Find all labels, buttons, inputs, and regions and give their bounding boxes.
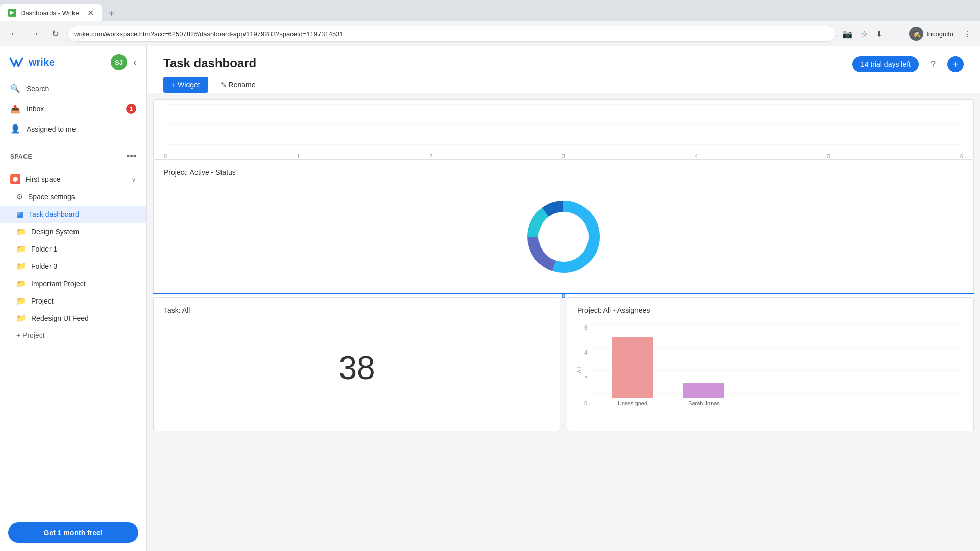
- url-text: wrike.com/workspace.htm?acc=6250782#/das…: [74, 30, 344, 38]
- y-axis-all-label: All: [576, 367, 582, 373]
- sidebar-navigation: 🔍 Search 📥 Inbox 1 👤 Assigned to me: [0, 74, 146, 143]
- redesign-label: Redesign UI Feed: [31, 314, 89, 322]
- important-project-label: Important Project: [31, 280, 86, 288]
- bottom-row: Task: All 38 Project: All - Assignees 6 …: [153, 297, 974, 431]
- resize-icon: ⇕: [560, 292, 567, 300]
- add-project-button[interactable]: + Project: [0, 327, 146, 343]
- x-label-0: 0: [164, 153, 167, 159]
- design-system-label: Design System: [31, 228, 79, 236]
- back-button[interactable]: ←: [6, 26, 22, 42]
- address-bar[interactable]: wrike.com/workspace.htm?acc=6250782#/das…: [67, 26, 836, 42]
- task-all-title: Task: All: [154, 298, 560, 318]
- dashboard-area: 0 1 2 3 4 5 6 Project: Active - Status: [147, 93, 980, 551]
- sidebar-item-project[interactable]: 📁 Project: [0, 292, 146, 310]
- folder-1-icon: 📁: [16, 244, 26, 254]
- camera-off-icon[interactable]: 📷: [840, 27, 854, 41]
- device-icon[interactable]: 🖥: [889, 27, 901, 40]
- add-widget-button[interactable]: + Widget: [163, 77, 208, 93]
- trial-badge: 14 trial days left: [852, 56, 919, 72]
- incognito-profile[interactable]: 🕵 Incognito: [905, 24, 958, 43]
- logo-text: wrike: [29, 57, 55, 68]
- donut-widget-title: Project: Active - Status: [154, 160, 973, 181]
- help-button[interactable]: ?: [925, 56, 941, 72]
- add-project-label: + Project: [16, 331, 45, 339]
- browser-controls: ← → ↻ wrike.com/workspace.htm?acc=625078…: [0, 21, 980, 46]
- x-label-6: 6: [960, 153, 963, 159]
- space-chevron-icon: ∨: [131, 175, 136, 183]
- sidebar-item-inbox[interactable]: 📥 Inbox 1: [0, 98, 146, 119]
- user-avatar[interactable]: SJ: [111, 54, 127, 70]
- incognito-label: Incognito: [926, 30, 953, 38]
- sidebar-item-search[interactable]: 🔍 Search: [0, 79, 146, 98]
- rename-button[interactable]: ✎ Rename: [214, 77, 262, 93]
- main-header: Task dashboard + Widget ✎ Rename 14 tria…: [147, 46, 980, 93]
- sidebar: wrike SJ ‹ 🔍 Search 📥 Inbox 1 👤 Assigned…: [0, 46, 147, 551]
- x-label-1: 1: [297, 153, 300, 159]
- folder-1-label: Folder 1: [31, 245, 57, 253]
- tab-title: Dashboards - Wrike: [20, 9, 79, 17]
- assignees-title: Project: All - Assignees: [567, 298, 973, 318]
- space-settings-label: Space settings: [28, 193, 75, 201]
- y-label-4: 4: [577, 349, 587, 356]
- tab-close-button[interactable]: ✕: [87, 8, 94, 18]
- y-label-2: 2: [577, 375, 587, 381]
- sidebar-item-design-system[interactable]: 📁 Design System: [0, 223, 146, 240]
- main-actions: + Widget ✎ Rename: [163, 77, 261, 93]
- project-icon: 📁: [16, 296, 26, 306]
- sidebar-item-folder-1[interactable]: 📁 Folder 1: [0, 240, 146, 258]
- new-tab-button[interactable]: +: [104, 6, 118, 21]
- first-space-item[interactable]: First space ∨: [0, 170, 146, 188]
- sidebar-item-task-dashboard[interactable]: ▦ Task dashboard: [0, 206, 146, 223]
- sarah-bar: [683, 383, 724, 398]
- bookmark-icon[interactable]: ☆: [859, 27, 870, 41]
- donut-container: [154, 181, 973, 293]
- x-axis: 0 1 2 3 4 5 6: [154, 151, 973, 159]
- sidebar-inbox-label: Inbox: [27, 105, 44, 113]
- svg-point-0: [13, 177, 18, 182]
- active-tab[interactable]: Dashboards - Wrike ✕: [0, 4, 102, 21]
- search-icon: 🔍: [10, 84, 20, 93]
- sidebar-assigned-label: Assigned to me: [27, 125, 76, 133]
- x-label-2: 2: [429, 153, 432, 159]
- unassigned-bar: [612, 337, 653, 398]
- space-section: Space •••: [0, 143, 146, 170]
- bar-chart-widget: 0 1 2 3 4 5 6: [153, 99, 974, 160]
- assignees-bars: Unassigned Sarah Jonas: [592, 324, 963, 406]
- project-label: Project: [31, 297, 54, 305]
- bar-chart-svg: [164, 104, 963, 145]
- refresh-button[interactable]: ↻: [47, 26, 63, 42]
- page-title: Task dashboard: [163, 56, 261, 70]
- get-free-button[interactable]: Get 1 month free!: [8, 522, 138, 543]
- browser-action-icons: 📷 ☆ ⬇ 🖥 🕵 Incognito ⋮: [840, 24, 974, 43]
- tab-favicon: [8, 9, 16, 17]
- folder-3-icon: 📁: [16, 262, 26, 271]
- sidebar-item-folder-3[interactable]: 📁 Folder 3: [0, 258, 146, 275]
- sarah-label: Sarah Jonas: [688, 400, 720, 406]
- sidebar-item-space-settings[interactable]: ⚙ Space settings: [0, 188, 146, 206]
- sidebar-search-label: Search: [27, 85, 49, 93]
- x-label-4: 4: [695, 153, 698, 159]
- assignees-widget: Project: All - Assignees 6 4 2 0: [567, 297, 974, 431]
- donut-chart-svg: [523, 196, 604, 278]
- y-label-6: 6: [577, 324, 587, 331]
- sidebar-item-assigned[interactable]: 👤 Assigned to me: [0, 119, 146, 139]
- incognito-avatar: 🕵: [909, 27, 923, 41]
- settings-icon: ⚙: [16, 192, 23, 202]
- collapse-sidebar-button[interactable]: ‹: [131, 55, 138, 70]
- wrike-logo-icon: [8, 56, 24, 68]
- resize-handle[interactable]: ⇕: [153, 293, 974, 297]
- bar-sarah: Sarah Jonas: [683, 383, 724, 406]
- download-icon[interactable]: ⬇: [874, 27, 885, 41]
- first-space-label: First space: [26, 175, 60, 183]
- browser-tabs: Dashboards - Wrike ✕ +: [0, 0, 980, 21]
- forward-button[interactable]: →: [27, 26, 43, 42]
- unassigned-label: Unassigned: [618, 400, 647, 406]
- sidebar-item-important-project[interactable]: 📁 Important Project: [0, 275, 146, 292]
- page-title-section: Task dashboard + Widget ✎ Rename: [163, 56, 261, 93]
- space-color-icon: [10, 174, 20, 184]
- space-more-button[interactable]: •••: [127, 151, 136, 162]
- sidebar-item-redesign-ui[interactable]: 📁 Redesign UI Feed: [0, 310, 146, 327]
- task-all-widget: Task: All 38: [153, 297, 560, 431]
- add-button[interactable]: +: [947, 56, 964, 72]
- browser-menu-button[interactable]: ⋮: [962, 27, 974, 41]
